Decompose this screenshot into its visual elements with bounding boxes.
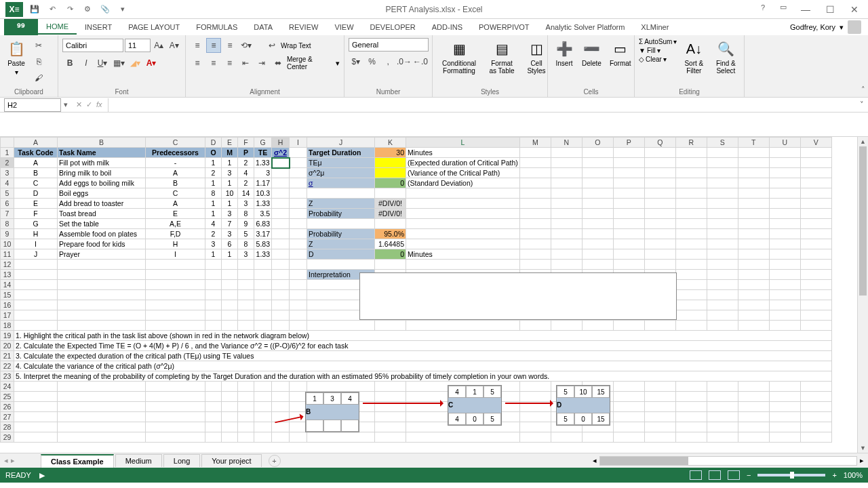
cell-E16[interactable]: [222, 300, 238, 310]
cell-S8[interactable]: [707, 219, 738, 229]
cell-U11[interactable]: [769, 249, 800, 260]
cell-S10[interactable]: [707, 239, 738, 249]
cell-C4[interactable]: B: [146, 178, 205, 188]
undo-icon[interactable]: ↶: [46, 3, 58, 16]
cell-I10[interactable]: [290, 239, 307, 249]
cell-S17[interactable]: [707, 310, 738, 321]
row-header-27[interactable]: 27: [1, 412, 14, 422]
cell-K11[interactable]: 0: [375, 249, 406, 260]
cell-N6[interactable]: [551, 199, 582, 209]
cell-D18[interactable]: [205, 321, 222, 331]
cell-F28[interactable]: [238, 422, 254, 432]
cell-Q25[interactable]: [644, 392, 675, 402]
cell-H11[interactable]: [272, 249, 290, 260]
cell-B16[interactable]: [58, 300, 146, 310]
row-header-13[interactable]: 13: [1, 270, 14, 280]
cell-M11[interactable]: [519, 249, 551, 260]
cell-L11[interactable]: Minutes: [406, 249, 520, 260]
cell-A27[interactable]: [14, 412, 58, 422]
cell-R4[interactable]: [675, 178, 707, 188]
decrease-decimal-button[interactable]: ←.0: [413, 54, 428, 69]
cell-B2[interactable]: Fill pot with milk: [58, 158, 146, 168]
cell-S7[interactable]: [707, 209, 738, 219]
cell-T27[interactable]: [738, 412, 769, 422]
col-header-F[interactable]: F: [238, 138, 254, 148]
autosum-button[interactable]: Σ AutoSum ▾: [639, 38, 677, 45]
cell-V26[interactable]: [800, 402, 831, 412]
cell-S5[interactable]: [707, 188, 738, 199]
cell-I5[interactable]: [290, 188, 307, 199]
wrap-text-button[interactable]: ↩: [264, 38, 279, 53]
cell-D9[interactable]: 2: [205, 229, 222, 239]
cell-U29[interactable]: [769, 432, 800, 443]
scroll-down-icon[interactable]: ▼: [858, 443, 868, 453]
cell-A18[interactable]: [14, 321, 58, 331]
cell-P11[interactable]: [613, 249, 644, 260]
cell-U28[interactable]: [769, 422, 800, 432]
zoom-in-button[interactable]: +: [832, 471, 836, 479]
cell-T28[interactable]: [738, 422, 769, 432]
cell-F26[interactable]: [238, 402, 254, 412]
cell-A28[interactable]: [14, 422, 58, 432]
cell-V4[interactable]: [800, 178, 831, 188]
cell-L6[interactable]: [406, 199, 520, 209]
cell-E2[interactable]: 1: [222, 158, 238, 168]
cell-N9[interactable]: [551, 229, 582, 239]
cell-G25[interactable]: [254, 392, 272, 402]
row-header-8[interactable]: 8: [1, 219, 14, 229]
cell-G7[interactable]: 3.5: [254, 209, 272, 219]
cell-R17[interactable]: [675, 310, 707, 321]
cell-T10[interactable]: [738, 239, 769, 249]
cell-O9[interactable]: [582, 229, 613, 239]
qa-custom1-icon[interactable]: ⚙: [81, 3, 94, 16]
cell-R26[interactable]: [675, 402, 707, 412]
cell-V25[interactable]: [800, 392, 831, 402]
font-size-combo[interactable]: [125, 39, 151, 52]
sheet-tab-class-example[interactable]: Class Example: [41, 454, 114, 468]
comma-button[interactable]: ,: [380, 54, 395, 69]
cell-G29[interactable]: [254, 432, 272, 443]
cell-I16[interactable]: [290, 300, 307, 310]
row-header-14[interactable]: 14: [1, 280, 14, 290]
col-header-Q[interactable]: Q: [644, 138, 675, 148]
row-header-7[interactable]: 7: [1, 209, 14, 219]
cell-F15[interactable]: [238, 290, 254, 300]
cell-Q4[interactable]: [644, 178, 675, 188]
cell-I8[interactable]: [290, 219, 307, 229]
row-header-4[interactable]: 4: [1, 178, 14, 188]
cell-R13[interactable]: [675, 270, 707, 280]
cell-D2[interactable]: 1: [205, 158, 222, 168]
cell-G12[interactable]: [254, 260, 272, 270]
cell-S14[interactable]: [707, 280, 738, 290]
cell-S12[interactable]: [707, 260, 738, 270]
cell-T14[interactable]: [738, 280, 769, 290]
vertical-scrollbar[interactable]: ▲ ▼: [857, 137, 868, 453]
cell-G15[interactable]: [254, 290, 272, 300]
cell-U24[interactable]: [769, 382, 800, 392]
cell-M3[interactable]: [519, 168, 551, 178]
cell-C27[interactable]: [146, 412, 205, 422]
cell-F25[interactable]: [238, 392, 254, 402]
cell-F2[interactable]: 2: [238, 158, 254, 168]
format-cells-button[interactable]: ▭Format: [607, 38, 634, 68]
cell-L8[interactable]: [406, 219, 520, 229]
cell-C7[interactable]: E: [146, 209, 205, 219]
cell-P10[interactable]: [613, 239, 644, 249]
cell-U16[interactable]: [769, 300, 800, 310]
cell-M1[interactable]: [519, 148, 551, 158]
cell-B6[interactable]: Add bread to toaster: [58, 199, 146, 209]
col-header-T[interactable]: T: [738, 138, 769, 148]
cell-F4[interactable]: 2: [238, 178, 254, 188]
cell-E11[interactable]: 1: [222, 249, 238, 260]
cell-T26[interactable]: [738, 402, 769, 412]
name-box[interactable]: H2: [4, 98, 61, 112]
cell-Q2[interactable]: [644, 158, 675, 168]
cell-K3[interactable]: [375, 168, 406, 178]
horizontal-scrollbar[interactable]: ◂ ▸: [593, 456, 864, 466]
bold-button[interactable]: B: [62, 56, 77, 70]
cell-A25[interactable]: [14, 392, 58, 402]
currency-button[interactable]: $▾: [349, 54, 363, 69]
cell-J6[interactable]: Z: [307, 199, 375, 209]
cell-V28[interactable]: [800, 422, 831, 432]
cell-L4[interactable]: (Standard Deviation): [406, 178, 520, 188]
